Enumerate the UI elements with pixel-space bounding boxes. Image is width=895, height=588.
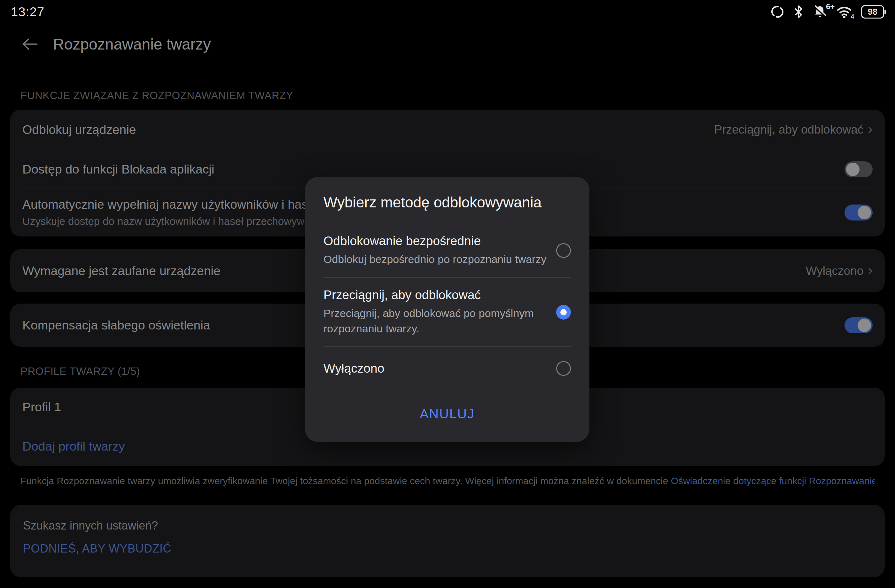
option-swipe-unlock-title: Przeciągnij, aby odblokować (323, 288, 547, 302)
wifi-icon: 6+ 4 (836, 5, 853, 19)
wifi-speed-detail: 4 (851, 14, 854, 20)
unlock-method-dialog: Wybierz metodę odblokowywania Odblokowan… (305, 177, 589, 442)
divider (323, 346, 571, 347)
option-disabled-title: Wyłączono (323, 361, 547, 376)
option-swipe-unlock-text: Przeciągnij, aby odblokować Przeciągnij,… (323, 288, 547, 336)
radio-checked-icon[interactable] (556, 305, 571, 320)
notifications-muted-icon (813, 5, 827, 19)
option-disabled-text: Wyłączono (323, 361, 547, 376)
option-swipe-unlock-desc: Przeciągnij, aby odblokować po pomyślnym… (323, 306, 547, 336)
cancel-button[interactable]: ANULUJ (323, 398, 571, 432)
divider (323, 277, 571, 278)
option-direct-unlock-title: Odblokowanie bezpośrednie (323, 234, 547, 248)
option-direct-unlock[interactable]: Odblokowanie bezpośrednie Odblokuj bezpo… (323, 229, 571, 271)
option-swipe-unlock[interactable]: Przeciągnij, aby odblokować Przeciągnij,… (323, 283, 571, 341)
option-disabled[interactable]: Wyłączono (323, 353, 571, 384)
option-direct-unlock-text: Odblokowanie bezpośrednie Odblokuj bezpo… (323, 234, 547, 267)
option-direct-unlock-desc: Odblokuj bezpośrednio po rozpoznaniu twa… (323, 252, 547, 267)
status-time: 13:27 (11, 5, 44, 19)
radio-unchecked-icon[interactable] (556, 243, 571, 258)
wifi-6-badge: 6+ (826, 2, 834, 11)
status-icons: 6+ 4 98 (770, 5, 884, 19)
battery-percent: 98 (868, 7, 877, 17)
bluetooth-icon (793, 5, 804, 19)
status-bar: 13:27 6+ (0, 0, 895, 24)
dialog-title: Wybierz metodę odblokowywania (323, 194, 571, 211)
battery-icon: 98 (861, 5, 884, 18)
radio-unchecked-icon[interactable] (556, 361, 571, 376)
super-device-icon (770, 5, 784, 19)
